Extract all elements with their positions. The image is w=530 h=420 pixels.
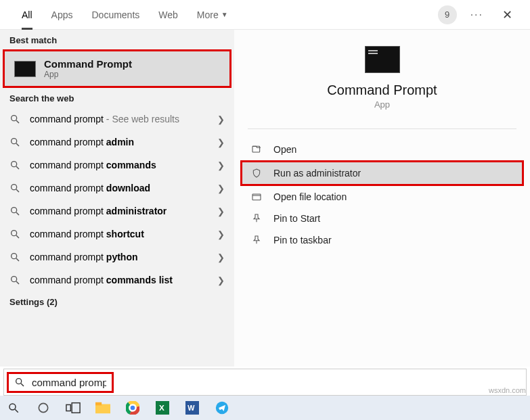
word-icon[interactable]: W xyxy=(184,400,200,416)
action-open-location[interactable]: Open file location xyxy=(234,186,530,208)
web-result-3[interactable]: command prompt download ❯ xyxy=(0,177,234,200)
chevron-right-icon: ❯ xyxy=(217,160,225,170)
notification-badge[interactable]: 9 xyxy=(438,5,457,24)
pin-taskbar-icon xyxy=(250,235,263,246)
action-open-location-label: Open file location xyxy=(273,191,347,202)
svg-point-18 xyxy=(16,379,22,384)
svg-point-14 xyxy=(12,277,17,282)
search-icon xyxy=(9,229,20,239)
settings-heading: Settings (2) xyxy=(0,291,234,311)
pin-start-icon xyxy=(250,213,263,224)
svg-rect-17 xyxy=(252,194,261,200)
tab-more[interactable]: More ▼ xyxy=(187,0,238,30)
command-prompt-icon xyxy=(14,61,36,77)
open-icon xyxy=(250,144,263,155)
svg-line-7 xyxy=(16,189,19,192)
svg-text:W: W xyxy=(187,404,195,412)
preview-app-icon xyxy=(365,46,400,73)
preview-panel: Command Prompt App Open Run as administr… xyxy=(234,30,530,367)
task-view-icon[interactable] xyxy=(65,400,81,416)
svg-line-19 xyxy=(21,383,24,386)
svg-rect-24 xyxy=(72,403,80,413)
search-icon xyxy=(9,275,20,285)
chevron-down-icon: ▼ xyxy=(221,11,228,18)
svg-point-4 xyxy=(12,162,17,167)
svg-rect-26 xyxy=(95,402,102,406)
web-result-text: command prompt admin xyxy=(30,137,134,147)
search-icon xyxy=(9,137,20,147)
svg-point-31 xyxy=(131,406,135,411)
chevron-right-icon: ❯ xyxy=(217,114,225,124)
chevron-right-icon: ❯ xyxy=(217,183,225,193)
action-run-admin-label: Run as administrator xyxy=(273,168,361,179)
svg-point-2 xyxy=(12,139,17,144)
web-result-text: command prompt - See web results xyxy=(30,114,179,124)
search-icon xyxy=(9,183,20,193)
shield-icon xyxy=(250,168,263,179)
svg-line-21 xyxy=(15,409,18,413)
taskbar-search-icon[interactable] xyxy=(5,400,22,416)
web-result-0[interactable]: command prompt - See web results ❯ xyxy=(0,108,234,131)
best-match-item[interactable]: Command Prompt App xyxy=(5,51,229,86)
tab-documents[interactable]: Documents xyxy=(82,0,149,30)
svg-point-0 xyxy=(12,116,17,121)
search-input[interactable] xyxy=(32,377,106,388)
svg-point-10 xyxy=(12,231,17,236)
svg-line-13 xyxy=(16,258,19,261)
search-icon xyxy=(9,206,20,216)
web-result-5[interactable]: command prompt shortcut ❯ xyxy=(0,223,234,246)
folder-icon xyxy=(250,191,263,202)
svg-line-11 xyxy=(16,235,19,238)
search-icon xyxy=(9,160,20,170)
more-options-icon[interactable]: ··· xyxy=(470,9,483,21)
tab-apps[interactable]: Apps xyxy=(42,0,83,30)
search-icon xyxy=(9,252,20,262)
action-pin-start-label: Pin to Start xyxy=(273,213,320,224)
action-open[interactable]: Open xyxy=(234,139,530,160)
svg-line-3 xyxy=(16,143,19,146)
svg-point-12 xyxy=(12,254,17,259)
chevron-right-icon: ❯ xyxy=(217,252,225,262)
filter-tabs: All Apps Documents Web More ▼ 9 ··· ✕ xyxy=(0,0,530,30)
search-bar[interactable] xyxy=(3,369,527,396)
tab-more-label: More xyxy=(197,9,219,20)
web-result-text: command prompt administrator xyxy=(30,206,167,216)
web-result-text: command prompt shortcut xyxy=(30,229,144,239)
chevron-right-icon: ❯ xyxy=(217,137,225,147)
best-match-subtitle: App xyxy=(44,70,132,79)
best-match-heading: Best match xyxy=(0,30,234,49)
svg-line-15 xyxy=(16,281,19,284)
web-result-text: command prompt commands xyxy=(30,160,156,170)
search-icon xyxy=(9,114,20,124)
cortana-icon[interactable] xyxy=(35,400,51,416)
tab-all[interactable]: All xyxy=(12,0,42,30)
tab-web[interactable]: Web xyxy=(149,0,187,30)
close-icon[interactable]: ✕ xyxy=(497,6,518,24)
excel-icon[interactable]: X xyxy=(154,400,171,416)
action-pin-start[interactable]: Pin to Start xyxy=(234,208,530,229)
svg-text:X: X xyxy=(159,403,164,412)
web-result-1[interactable]: command prompt admin ❯ xyxy=(0,131,234,154)
search-icon xyxy=(14,377,25,388)
telegram-icon[interactable] xyxy=(214,400,230,416)
chevron-right-icon: ❯ xyxy=(217,229,225,239)
svg-rect-23 xyxy=(66,404,70,411)
separator xyxy=(248,129,516,129)
action-pin-taskbar[interactable]: Pin to taskbar xyxy=(234,229,530,251)
action-run-admin[interactable]: Run as administrator xyxy=(240,160,524,186)
svg-rect-25 xyxy=(95,404,110,414)
svg-line-9 xyxy=(16,212,19,215)
chrome-icon[interactable] xyxy=(125,400,141,416)
web-result-7[interactable]: command prompt commands list ❯ xyxy=(0,269,234,291)
web-result-6[interactable]: command prompt python ❯ xyxy=(0,246,234,269)
web-result-text: command prompt download xyxy=(30,183,150,193)
web-result-text: command prompt python xyxy=(30,252,137,262)
web-result-text: command prompt commands list xyxy=(30,275,173,285)
taskbar: X W xyxy=(0,396,530,420)
action-open-label: Open xyxy=(273,144,296,155)
preview-title: Command Prompt xyxy=(234,83,530,98)
best-match-title: Command Prompt xyxy=(44,58,132,70)
web-result-4[interactable]: command prompt administrator ❯ xyxy=(0,200,234,223)
file-explorer-icon[interactable] xyxy=(95,400,111,416)
web-result-2[interactable]: command prompt commands ❯ xyxy=(0,154,234,177)
